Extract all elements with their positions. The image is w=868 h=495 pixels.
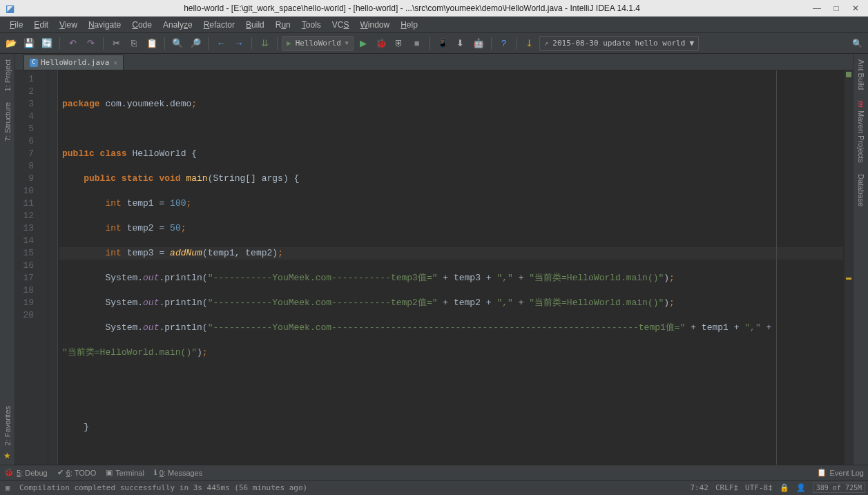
avd-icon[interactable]: 📱: [434, 35, 451, 52]
sync-icon[interactable]: 🔄: [39, 35, 55, 52]
menu-analyze[interactable]: Analyze: [157, 18, 198, 32]
editor-tab-helloworld[interactable]: C HelloWorld.java ✕: [23, 55, 124, 70]
stop-icon[interactable]: ■: [409, 35, 425, 52]
close-button[interactable]: ✕: [846, 1, 865, 15]
error-stripe[interactable]: [845, 70, 853, 465]
line-separator[interactable]: CRLF‡: [715, 483, 738, 492]
menubar: File Edit View Navigate Code Analyze Ref…: [0, 17, 868, 33]
inspection-icon[interactable]: 👤: [796, 483, 806, 492]
cursor-position[interactable]: 7:42: [690, 483, 708, 492]
tool-maven[interactable]: mMaven Projects: [856, 95, 867, 168]
window-controls: — □ ✕: [807, 1, 865, 15]
run-config-selector[interactable]: ▶ HelloWorld ▼: [282, 36, 354, 51]
titlebar: ◪ hello-world - [E:\git_work_space\hello…: [0, 0, 868, 17]
menu-refactor[interactable]: Refactor: [198, 18, 240, 32]
back-icon[interactable]: ←: [213, 35, 229, 52]
help-icon[interactable]: ?: [496, 35, 512, 52]
sdk-icon[interactable]: ⬇: [452, 35, 469, 52]
toolbar: 📂 💾 🔄 ↶ ↷ ✂ ⎘ 📋 🔍 🔎 ← → ⇊ ▶ HelloWorld ▼…: [0, 33, 868, 54]
run-config-label: HelloWorld: [296, 39, 341, 48]
presentation-icon[interactable]: ▣: [3, 483, 12, 493]
right-margin-guide: [776, 70, 777, 465]
favorites-star-icon: ★: [3, 451, 11, 465]
tab-label: HelloWorld.java: [41, 58, 109, 67]
open-icon[interactable]: 📂: [3, 35, 19, 52]
run-icon[interactable]: ▶: [355, 35, 372, 52]
java-class-icon: C: [30, 59, 38, 67]
window-title: hello-world - [E:\git_work_space\hello-w…: [17, 3, 807, 13]
inspection-ok-icon: [846, 72, 851, 77]
app-logo-icon: ◪: [3, 1, 17, 15]
forward-icon[interactable]: →: [231, 35, 247, 52]
right-tool-gutter: Ant Build mMaven Projects Database: [853, 54, 868, 465]
fold-gutter: [48, 70, 58, 465]
warning-marker[interactable]: [846, 278, 851, 280]
left-tool-gutter: 1: Project 7: Structure 2: Favorites ★: [0, 54, 15, 465]
tool-terminal[interactable]: ▣Terminal: [106, 468, 144, 477]
undo-icon[interactable]: ↶: [64, 35, 81, 52]
lock-icon[interactable]: 🔒: [780, 483, 789, 492]
code-area[interactable]: package com.youmeek.demo; public class H…: [58, 70, 845, 465]
menu-edit[interactable]: Edit: [28, 18, 54, 32]
statusbar: ▣ Compilation completed successfully in …: [0, 480, 868, 495]
vcs-branch-label: 2015-08-30 update hello world: [552, 39, 685, 48]
menu-build[interactable]: Build: [240, 18, 270, 32]
vcs-update-icon[interactable]: ⤓: [521, 35, 538, 52]
save-all-icon[interactable]: 💾: [21, 35, 37, 52]
tool-database[interactable]: Database: [856, 168, 867, 212]
tool-favorites[interactable]: 2: Favorites: [2, 400, 13, 451]
maximize-button[interactable]: □: [827, 1, 846, 15]
minimize-button[interactable]: —: [807, 1, 827, 15]
tool-eventlog[interactable]: 📋Event Log: [817, 468, 864, 477]
editor-tabs: C HelloWorld.java ✕: [15, 54, 853, 70]
bottom-toolbar: 🐞5: Debug ✔6: TODO ▣Terminal ℹ0: Message…: [0, 465, 868, 480]
cut-icon[interactable]: ✂: [108, 35, 124, 52]
file-encoding[interactable]: UTF-8‡: [745, 483, 773, 492]
debug-icon[interactable]: 🐞: [373, 35, 389, 52]
search-everywhere-icon[interactable]: 🔍: [849, 35, 865, 52]
tab-close-icon[interactable]: ✕: [113, 59, 117, 66]
menu-tools[interactable]: Tools: [296, 18, 327, 32]
tool-debug[interactable]: 🐞5: Debug: [4, 468, 48, 477]
android-icon[interactable]: 🤖: [470, 35, 487, 52]
tool-todo[interactable]: ✔6: TODO: [57, 468, 97, 477]
memory-indicator[interactable]: 389 of 725M: [813, 483, 865, 493]
editor-region: C HelloWorld.java ✕ 1 2 3 4 5 6 7 8 9 10…: [15, 54, 853, 465]
menu-file[interactable]: File: [4, 18, 28, 32]
redo-icon[interactable]: ↷: [82, 35, 99, 52]
tool-structure[interactable]: 7: Structure: [2, 97, 13, 147]
main-area: 1: Project 7: Structure 2: Favorites ★ C…: [0, 54, 868, 465]
copy-icon[interactable]: ⎘: [126, 35, 142, 52]
tool-messages[interactable]: ℹ0: Messages: [154, 468, 202, 477]
code-editor[interactable]: 1 2 3 4 5 6 7 8 9 10 11 12 13 14 15 16 1…: [15, 70, 853, 465]
find-icon[interactable]: 🔍: [169, 35, 186, 52]
make-icon[interactable]: ⇊: [256, 35, 273, 52]
menu-vcs[interactable]: VCS: [327, 18, 355, 32]
tool-project[interactable]: 1: Project: [2, 54, 13, 97]
replace-icon[interactable]: 🔎: [187, 35, 204, 52]
vcs-branch-selector[interactable]: ↗ 2015-08-30 update hello world ▼: [539, 36, 699, 51]
paste-icon[interactable]: 📋: [144, 35, 160, 52]
menu-window[interactable]: Window: [354, 18, 395, 32]
menu-help[interactable]: Help: [395, 18, 423, 32]
tool-ant[interactable]: Ant Build: [856, 54, 867, 95]
menu-run[interactable]: Run: [270, 18, 296, 32]
menu-view[interactable]: View: [54, 18, 83, 32]
line-number-gutter: 1 2 3 4 5 6 7 8 9 10 11 12 13 14 15 16 1…: [15, 70, 48, 465]
coverage-icon[interactable]: ⛨: [391, 35, 407, 52]
status-message: Compilation completed successfully in 3s…: [19, 483, 307, 492]
menu-navigate[interactable]: Navigate: [83, 18, 126, 32]
menu-code[interactable]: Code: [126, 18, 157, 32]
